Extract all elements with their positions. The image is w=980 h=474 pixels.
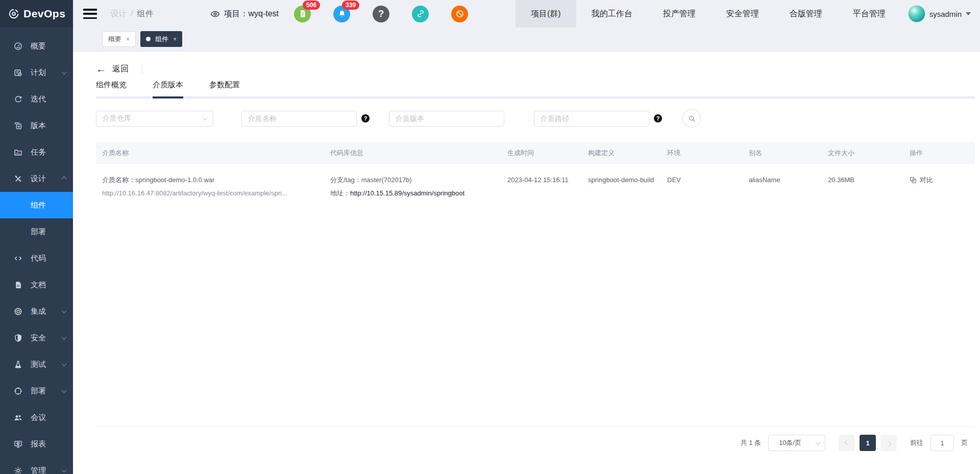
chevron-down-icon (62, 388, 67, 393)
nav-item-platform-mgmt[interactable]: 平台管理 (838, 0, 901, 28)
tab-chip-component[interactable]: 组件 × (140, 31, 182, 47)
chevron-down-icon (62, 467, 67, 472)
chevron-down-icon (62, 69, 67, 74)
iteration-icon (13, 94, 22, 104)
sidebar-item-test[interactable]: 测试 (0, 351, 73, 378)
sidebar-item-label: 设计 (31, 174, 54, 184)
sidebar-item-overview[interactable]: 概要 (0, 33, 73, 59)
sidebar-item-deploy[interactable]: 部署 (0, 378, 73, 404)
sidebar-item-deploy-sub[interactable]: 部署 (0, 218, 73, 245)
hamburger-menu-icon[interactable] (83, 9, 97, 19)
prev-page-button[interactable] (839, 435, 855, 451)
documents-button[interactable]: 506 (294, 6, 311, 22)
code-icon (13, 254, 22, 263)
tab-chip-label: 组件 (155, 35, 168, 44)
next-page-button[interactable] (880, 435, 897, 451)
sidebar-item-task[interactable]: 任务 (0, 139, 73, 165)
caret-down-icon (966, 12, 971, 15)
chevron-down-icon (62, 308, 67, 313)
nav-item-release-mgmt[interactable]: 合版管理 (774, 0, 838, 28)
user-menu[interactable]: sysadmin (901, 5, 980, 22)
tab-component-overview[interactable]: 组件概览 (96, 80, 127, 98)
design-icon (13, 174, 22, 183)
sidebar-item-meeting[interactable]: 会议 (0, 404, 73, 431)
addr-label: 地址： (330, 189, 350, 197)
sidebar-item-report[interactable]: 报表 (0, 431, 73, 457)
sidebar-item-integration[interactable]: 集成 (0, 298, 73, 325)
chevron-up-icon (62, 176, 67, 181)
page-unit-label: 页 (961, 438, 968, 447)
top-navigation: 项目(群) 我的工作台 投产管理 安全管理 合版管理 平台管理 (516, 0, 901, 28)
media-url-text: http://10.16.16.47:8082/artifactory/wyq-… (102, 187, 316, 200)
cell-actions: 对比 (903, 164, 975, 207)
back-arrow-icon[interactable]: ← (96, 64, 106, 74)
nav-item-workbench[interactable]: 我的工作台 (576, 0, 648, 28)
sidebar-item-iteration[interactable]: 迭代 (0, 86, 73, 112)
no-entry-icon (455, 9, 464, 18)
help-button[interactable]: ? (373, 6, 389, 22)
app-logo[interactable]: DevOps (0, 0, 73, 28)
compare-button[interactable]: 对比 (910, 173, 969, 187)
media-name-input[interactable] (241, 111, 357, 127)
breadcrumb-parent[interactable]: 设计 (110, 9, 127, 19)
search-icon (688, 115, 696, 122)
sidebar-item-label: 会议 (31, 413, 66, 422)
pagination: 共 1 条 10条/页 1 前往 页 (96, 435, 975, 451)
chevron-down-icon (816, 440, 821, 445)
tab-media-version[interactable]: 介质版本 (153, 80, 183, 98)
sidebar-item-plan[interactable]: 计划 (0, 59, 73, 86)
sidebar-item-security[interactable]: 安全 (0, 325, 73, 351)
sidebar-item-component[interactable]: 组件 (0, 192, 73, 218)
help-icon[interactable]: ? (361, 114, 370, 122)
close-icon[interactable]: × (173, 36, 177, 43)
sidebar-item-document[interactable]: 文档 (0, 271, 73, 298)
nav-item-projects[interactable]: 项目(群) (516, 0, 576, 28)
page-size-select[interactable]: 10条/页 (768, 435, 825, 451)
link-button[interactable] (412, 6, 429, 22)
close-icon[interactable]: × (126, 36, 130, 43)
media-repo-select[interactable]: 介质仓库 (96, 111, 213, 127)
cell-created-time: 2023-04-12 15:16:11 (501, 164, 582, 207)
chevron-right-icon (886, 441, 891, 446)
goto-page-input[interactable] (930, 435, 954, 451)
app-root: DevOps 概要 计划 迭代 (0, 0, 980, 474)
restricted-button[interactable] (451, 6, 468, 22)
sidebar-item-label: 安全 (31, 333, 54, 343)
cell-environment: DEV (661, 164, 743, 207)
column-header: 别名 (743, 142, 822, 164)
gear-icon (13, 466, 22, 474)
page-number-current[interactable]: 1 (860, 435, 876, 451)
notifications-button[interactable]: 339 (333, 6, 350, 22)
project-selector[interactable]: 项目：wyq-test (210, 9, 279, 19)
sidebar-item-design[interactable]: 设计 (0, 165, 73, 192)
sidebar-item-label: 版本 (31, 121, 66, 131)
help-icon[interactable]: ? (654, 114, 662, 122)
chevron-left-icon (844, 440, 849, 445)
tab-chip-overview[interactable]: 概要 × (102, 31, 136, 47)
sidebar-item-code[interactable]: 代码 (0, 245, 73, 271)
tab-parameter-config[interactable]: 参数配置 (209, 80, 240, 98)
media-version-input[interactable] (389, 111, 504, 127)
addr-link[interactable]: http://10.15.15.89/sysadmin/springboot (350, 189, 464, 197)
username: sysadmin (929, 10, 962, 18)
document-icon (13, 280, 22, 289)
media-name-text: 介质名称：springboot-demo-1.0.0.war (102, 173, 318, 187)
security-icon (13, 333, 22, 342)
content-panel: ← 返回 组件概览 介质版本 参数配置 介质仓库 ? ? (73, 52, 980, 474)
sidebar-item-label: 计划 (31, 68, 54, 78)
back-button[interactable]: 返回 (112, 64, 129, 74)
column-header: 操作 (903, 142, 975, 164)
column-header: 文件大小 (822, 142, 903, 164)
breadcrumb-current: 组件 (137, 9, 153, 19)
topbar-icons: 506 339 ? (294, 6, 468, 22)
media-path-input[interactable] (534, 111, 649, 127)
test-icon (13, 360, 22, 369)
nav-item-production[interactable]: 投产管理 (648, 0, 711, 28)
search-button[interactable] (682, 109, 701, 128)
sidebar-item-version[interactable]: 版本 (0, 112, 73, 139)
divider (142, 64, 142, 74)
sidebar-item-admin[interactable]: 管理 (0, 457, 73, 474)
topbar: 设计 / 组件 项目：wyq-test 506 339 (73, 0, 980, 28)
nav-item-security-mgmt[interactable]: 安全管理 (711, 0, 774, 28)
column-header: 构建定义 (582, 142, 661, 164)
